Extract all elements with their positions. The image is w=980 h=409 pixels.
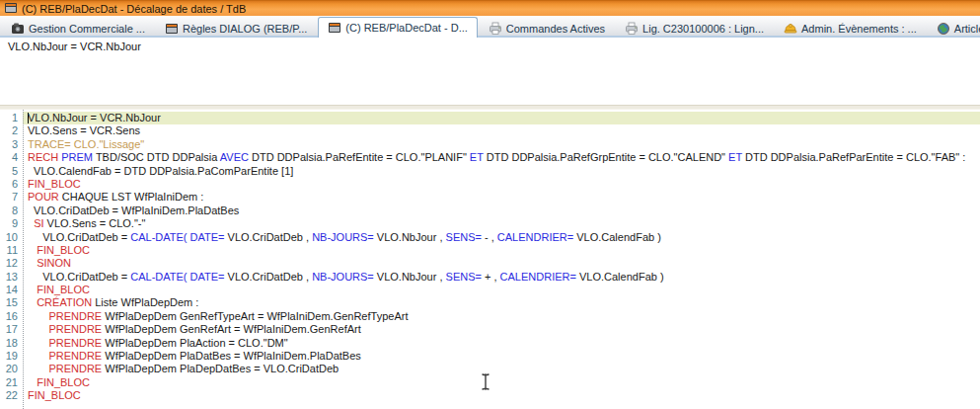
code-segment: CAL-DATE( DATE= [130,271,227,283]
line-number: 22 [0,389,23,402]
code-line-16[interactable]: 16 PRENDRE WfPlaDepDem GenRefTypeArt = W… [0,310,980,323]
code-segment: SENS= [446,271,485,283]
code-segment: CRÉATION [37,296,95,308]
line-number: 18 [0,337,23,350]
ibeam-cursor-icon [480,372,491,393]
code-segment: TBD/SOC DTD DDPalsia [96,151,220,163]
code-segment: NB-JOURS= [312,231,377,243]
line-number: 10 [0,231,23,244]
code-segment: FIN_BLOC [37,284,90,295]
code-segment: WfPlaDepDem GenRefTypeArt = WfPlaIniDem.… [105,310,408,322]
app-window-icon [328,21,341,35]
code-segment [28,376,37,388]
line-number: 15 [0,296,23,309]
code-segment: VLO.CriDatDeb , [228,271,313,283]
code-segment: - , [485,231,497,243]
code-line-13[interactable]: 13 VLO.CriDatDeb = CAL-DATE( DATE= VLO.C… [0,271,980,284]
code-line-15[interactable]: 15 CRÉATION Liste WfPlaDepDem : [0,296,980,309]
tab-r-gles-dialog-reb-p[interactable]: Règles DIALOG (REB/P... [156,19,316,38]
code-editor[interactable]: 1VLO.NbJour = VCR.NbJour2VLO.Sens = VCR.… [0,110,980,409]
code-segment: PRENDRE [48,363,105,374]
code-segment: POUR [28,191,62,203]
tab-list: Gestion Commerciale ...Règles DIALOG (RE… [0,16,980,38]
code-segment: VLO.CriDatDeb = [28,271,130,283]
title-bar[interactable]: (C) REB/PlaDecDat - Décalage de dates / … [0,0,980,16]
line-content: CRÉATION Liste WfPlaDepDem : [23,296,980,309]
code-segment [28,350,48,362]
code-line-7[interactable]: 7POUR CHAQUE LST WfPlaIniDem : [0,191,980,204]
code-segment: RECH [28,151,61,163]
expression-panel[interactable]: VLO.NbJour = VCR.NbJour [0,38,980,105]
code-segment: CALENDRIER= [500,271,579,283]
tab-commandes-actives[interactable]: Commandes Actives [480,19,614,38]
tab-c-reb-pladecdat-d[interactable]: (C) REB/PlaDecDat - D... [318,17,477,38]
globe-icon [937,22,950,36]
line-content: PRENDRE WfPlaDepDem PlaDepDatBes = VLO.C… [23,363,980,375]
code-line-18[interactable]: 18 PRENDRE WfPlaDepDem PlaAction = CLO."… [0,337,980,350]
code-segment: VLO.Sens = VCR.Sens [28,124,140,136]
application-window: (C) REB/PlaDecDat - Décalage de dates / … [0,0,980,409]
code-segment: AVEC [220,151,252,163]
tab-lig-c230100006-lign[interactable]: Lig. C230100006 : Lign... [616,19,773,38]
code-line-10[interactable]: 10 VLO.CriDatDeb = CAL-DATE( DATE= VLO.C… [0,231,980,244]
line-content: FIN_BLOC [23,284,980,296]
line-number: 6 [0,178,23,191]
code-segment: PRENDRE [48,337,105,349]
code-segment: PREM [61,151,96,163]
code-line-5[interactable]: 5 VLO.CalendFab = DTD DDPalsia.PaComParE… [0,165,980,178]
code-segment: Liste WfPlaDepDem : [95,296,198,308]
code-segment: WfPlaDepDem PlaAction = CLO."DM" [105,337,287,349]
code-line-19[interactable]: 19 PRENDRE WfPlaDepDem PlaDatBes = WfPla… [0,350,980,363]
code-segment [28,296,37,308]
code-segment: VLO.CalendFab ) [579,271,664,283]
code-segment: VLO.CriDatDeb = [28,231,130,243]
line-content: FIN_BLOC [23,244,980,257]
line-number: 3 [0,138,23,151]
tab-gestion-commerciale[interactable]: Gestion Commerciale ... [2,19,154,38]
tab-label: Lig. C230100006 : Lign... [642,23,764,35]
code-segment: TRACE= CLO."Lissage" [28,138,144,150]
line-content: VLO.NbJour = VCR.NbJour [23,112,980,124]
code-line-1[interactable]: 1VLO.NbJour = VCR.NbJour [0,112,980,124]
code-segment: PRENDRE [48,323,105,335]
code-segment: WfPlaDepDem GenRefArt = WfPlaIniDem.GenR… [105,323,361,335]
line-content: FIN_BLOC [23,178,980,191]
code-line-9[interactable]: 9 SI VLO.Sens = CLO."-" [0,217,980,230]
code-line-14[interactable]: 14 FIN_BLOC [0,284,980,296]
code-segment: DTD DDPalsia.PaRefParEntite = CLO."FAB" … [745,151,965,163]
printer-icon [625,22,639,36]
tab-admin-v-nements[interactable]: Admin. Évènements : ... [775,19,926,38]
code-line-4[interactable]: 4RECH PREM TBD/SOC DTD DDPalsia AVEC DTD… [0,151,980,164]
line-number: 5 [0,165,23,178]
code-segment: CAL-DATE( DATE= [130,231,227,243]
code-segment: WfPlaDepDem PlaDatBes = WfPlaIniDem.PlaD… [105,350,361,362]
code-line-2[interactable]: 2VLO.Sens = VCR.Sens [0,124,980,137]
line-content: FIN_BLOC [23,376,980,389]
code-line-6[interactable]: 6FIN_BLOC [0,178,980,191]
line-number: 8 [0,204,23,217]
hard-hat-icon [784,22,797,36]
line-content: VLO.CriDatDeb = WfPlaIniDem.PlaDatBes [23,204,980,217]
code-segment: VLO.NbJour , [377,271,446,283]
code-line-17[interactable]: 17 PRENDRE WfPlaDepDem GenRefArt = WfPla… [0,323,980,336]
app-window-icon [165,22,179,36]
tab-strip: Gestion Commerciale ...Règles DIALOG (RE… [0,16,980,38]
code-segment [28,363,48,374]
code-line-3[interactable]: 3TRACE= CLO."Lissage" [0,138,980,151]
line-number: 2 [0,124,23,137]
code-line-8[interactable]: 8 VLO.CriDatDeb = WfPlaIniDem.PlaDatBes [0,204,980,217]
tab-articles-la-comman[interactable]: Articles à la Comman... [928,19,980,38]
expression-text: VLO.NbJour = VCR.NbJour [8,41,141,52]
code-segment: SINON [37,257,71,269]
code-segment: CALENDRIER= [497,231,576,243]
code-segment: PRENDRE [48,350,105,362]
tab-label: Commandes Actives [506,23,605,35]
code-line-12[interactable]: 12 SINON [0,257,980,270]
code-segment [28,257,37,269]
code-line-11[interactable]: 11 FIN_BLOC [0,244,980,257]
code-segment: VLO.CalendFab = DTD DDPalsia.PaComParEnt… [28,165,293,177]
code-segment: VLO.CriDatDeb , [228,231,313,243]
code-segment: CHAQUE LST WfPlaIniDem : [62,191,203,203]
code-segment [28,323,48,335]
code-segment: VLO.Sens = CLO."-" [47,217,146,229]
